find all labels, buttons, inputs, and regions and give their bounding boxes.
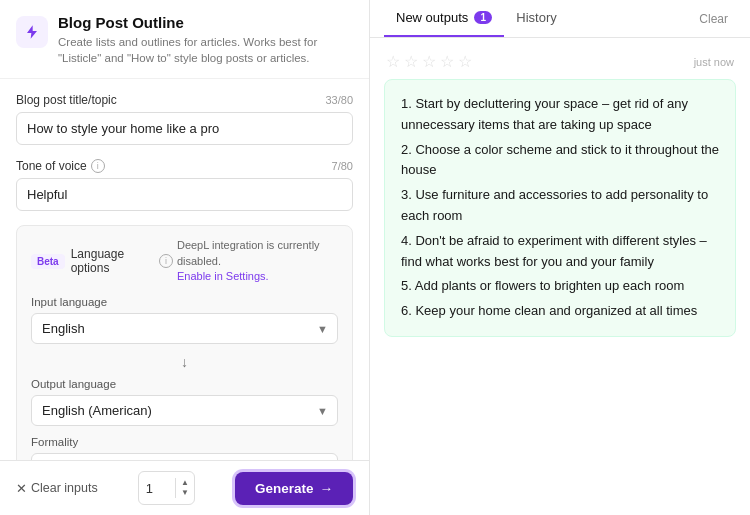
tab-new-outputs-label: New outputs [396,10,468,25]
left-content: Blog post title/topic 33/80 Tone of voic… [0,79,369,460]
tone-label-row: Tone of voice i 7/80 [16,159,353,173]
clear-output-button[interactable]: Clear [691,8,736,30]
quantity-control: ▲ ▼ [138,471,195,505]
lang-info-wrapper: i DeepL integration is currently disable… [159,238,338,284]
generate-button[interactable]: Generate → [235,472,353,505]
stars-group: ☆ ☆ ☆ ☆ ☆ [386,52,472,71]
lang-notice: DeepL integration is currently disabled.… [177,238,338,284]
clear-inputs-label: Clear inputs [31,481,98,495]
formality-field: Formality Default Formal Informal ▼ [31,436,338,460]
tab-history-label: History [516,10,556,25]
input-language-select[interactable]: English French German Spanish Italian [31,313,338,344]
tone-info-icon[interactable]: i [91,159,105,173]
lang-notice-line1: DeepL integration is currently disabled. [177,239,320,266]
output-item-6: 6. Keep your home clean and organized at… [401,301,719,322]
quantity-down-button[interactable]: ▼ [176,488,194,498]
tool-icon-wrapper [16,16,48,48]
formality-label: Formality [31,436,338,448]
right-tabs: New outputs 1 History Clear [370,0,750,38]
output-timestamp: just now [694,56,734,68]
input-language-select-wrapper: English French German Spanish Italian ▼ [31,313,338,344]
generate-label: Generate [255,481,314,496]
output-content-box: 1. Start by decluttering your space – ge… [384,79,736,337]
blog-title-count: 33/80 [325,94,353,106]
output-item-5: 5. Add plants or flowers to brighten up … [401,276,719,297]
stars-row: ☆ ☆ ☆ ☆ ☆ just now [384,46,736,73]
clear-inputs-button[interactable]: ✕ Clear inputs [16,481,98,496]
input-language-label: Input language [31,296,338,308]
quantity-spinners: ▲ ▼ [175,478,194,498]
generate-arrow-icon: → [320,481,334,496]
right-panel: New outputs 1 History Clear ☆ ☆ ☆ ☆ ☆ ju… [370,0,750,515]
lang-section-header: Beta Language options i DeepL integratio… [31,238,338,284]
enable-settings-link[interactable]: Enable in Settings. [177,270,269,282]
tone-input[interactable] [16,178,353,211]
formality-select[interactable]: Default Formal Informal [31,453,338,460]
header-text: Blog Post Outline Create lists and outli… [58,14,353,66]
output-item-2: 2. Choose a color scheme and stick to it… [401,140,719,182]
right-content: ☆ ☆ ☆ ☆ ☆ just now 1. Start by declutter… [370,38,750,515]
left-header: Blog Post Outline Create lists and outli… [0,0,369,79]
tone-label: Tone of voice [16,159,87,173]
tab-new-outputs[interactable]: New outputs 1 [384,0,504,37]
blog-title-label-row: Blog post title/topic 33/80 [16,93,353,107]
star-1[interactable]: ☆ [386,52,400,71]
blog-title-input[interactable] [16,112,353,145]
output-language-field: Output language English (American) Engli… [31,378,338,426]
lang-info-icon[interactable]: i [159,254,173,268]
blog-title-label: Blog post title/topic [16,93,117,107]
blog-title-field-group: Blog post title/topic 33/80 [16,93,353,145]
tab-new-outputs-badge: 1 [474,11,492,24]
arrow-down-icon: ↓ [31,354,338,370]
output-item-4: 4. Don't be afraid to experiment with di… [401,231,719,273]
left-panel: Blog Post Outline Create lists and outli… [0,0,370,515]
tone-count: 7/80 [332,160,353,172]
clear-x-icon: ✕ [16,481,27,496]
language-options-title: Language options [71,247,153,275]
output-language-select-wrapper: English (American) English (British) Fre… [31,395,338,426]
left-footer: ✕ Clear inputs ▲ ▼ Generate → [0,460,369,515]
output-item-3: 3. Use furniture and accessories to add … [401,185,719,227]
formality-select-wrapper: Default Formal Informal ▼ [31,453,338,460]
output-language-label: Output language [31,378,338,390]
quantity-input[interactable] [139,481,175,496]
quantity-up-button[interactable]: ▲ [176,478,194,488]
tool-description: Create lists and outlines for articles. … [58,34,353,66]
tab-history[interactable]: History [504,0,568,37]
output-language-select[interactable]: English (American) English (British) Fre… [31,395,338,426]
star-5[interactable]: ☆ [458,52,472,71]
beta-badge: Beta [31,254,65,269]
lightning-icon [24,24,40,40]
star-3[interactable]: ☆ [422,52,436,71]
tone-field-group: Tone of voice i 7/80 [16,159,353,211]
star-2[interactable]: ☆ [404,52,418,71]
star-4[interactable]: ☆ [440,52,454,71]
tone-label-wrapper: Tone of voice i [16,159,105,173]
output-item-1: 1. Start by decluttering your space – ge… [401,94,719,136]
tool-title: Blog Post Outline [58,14,353,31]
language-options-section: Beta Language options i DeepL integratio… [16,225,353,460]
input-language-field: Input language English French German Spa… [31,296,338,344]
